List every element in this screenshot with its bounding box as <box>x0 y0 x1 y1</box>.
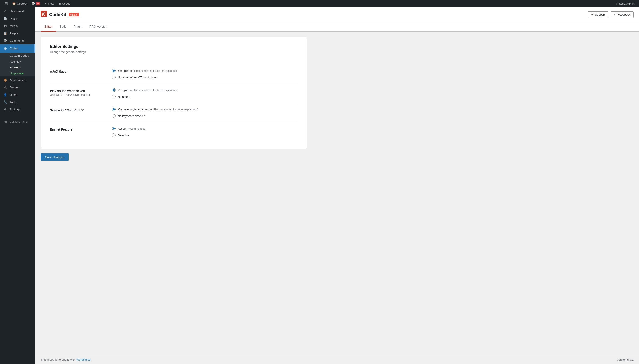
codes-label: Codes <box>62 2 70 5</box>
comments-icon: 💬 <box>3 39 8 42</box>
appearance-icon: 🎨 <box>3 78 8 82</box>
sidebar-item-dashboard[interactable]: ⌂ Dashboard <box>0 7 36 15</box>
feedback-icon: ↺ <box>614 13 616 16</box>
setting-emmet: Emmet Feature Active (Recommended) <box>50 122 298 142</box>
emmet-deactive-radio[interactable] <box>112 134 116 137</box>
sound-no-option[interactable]: No sound <box>112 95 178 98</box>
ajax-yes-radio[interactable] <box>112 69 116 72</box>
tab-style-label: Style <box>60 25 67 28</box>
comment-count: 0 <box>36 2 40 5</box>
sidebar-item-comments[interactable]: 💬 Comments <box>0 37 36 44</box>
tools-icon: 🔧 <box>3 100 8 104</box>
support-button[interactable]: ✉ Support <box>588 11 608 18</box>
adminbar-comments[interactable]: 💬 0 <box>29 0 42 7</box>
emmet-deactive-option[interactable]: Deactive <box>112 134 146 137</box>
pages-label: Pages <box>10 32 18 35</box>
comment-icon: 💬 <box>32 2 35 5</box>
plugins-label: Plugins <box>10 86 19 89</box>
shortcut-label: Save with "Cmd/Ctrl S" <box>50 108 112 112</box>
plugin-logo-icon: K <box>41 11 47 18</box>
adminbar-codes[interactable]: ◉ Codes <box>56 0 73 7</box>
settings-icon: ⚙ <box>3 108 8 111</box>
submenu-settings[interactable]: Settings <box>0 64 36 70</box>
users-icon: 👤 <box>3 93 8 96</box>
new-label: New <box>48 2 54 5</box>
plugins-icon: 🔌 <box>3 86 8 89</box>
ajax-yes-option[interactable]: Yes, please (Recommended for better expe… <box>112 69 178 72</box>
collapse-menu[interactable]: ◀ Collapse menu <box>0 118 36 126</box>
svg-text:K: K <box>42 12 46 16</box>
dashboard-icon: ⌂ <box>3 9 8 13</box>
collapse-icon: ◀ <box>3 120 8 124</box>
collapse-label: Collapse menu <box>10 120 28 123</box>
support-label: Support <box>595 13 605 16</box>
shortcut-no-option[interactable]: No keyboard shortcut <box>112 114 198 118</box>
tools-label: Tools <box>10 100 17 104</box>
play-sound-label: Play sound when saved <box>50 89 112 93</box>
sound-no-label: No sound <box>118 95 130 98</box>
media-icon: 🖼 <box>3 24 8 28</box>
tab-editor[interactable]: Editor <box>41 22 56 32</box>
save-button-label: Save Changes <box>45 156 64 159</box>
users-label: Users <box>10 93 17 96</box>
setting-play-sound: Play sound when saved Only works if AJAX… <box>50 84 298 103</box>
shortcut-yes-option[interactable]: Yes, use keyboard shortcut (Recommended … <box>112 108 198 111</box>
sidebar-item-users[interactable]: 👤 Users <box>0 91 36 98</box>
sound-no-radio[interactable] <box>112 95 116 98</box>
shortcut-no-label: No keyboard shortcut <box>118 114 145 118</box>
sidebar-item-settings[interactable]: ⚙ Settings <box>0 106 36 113</box>
user-greeting: Howdy, Admin <box>614 0 637 7</box>
settings-title: Editor Settings <box>50 44 298 49</box>
save-changes-button[interactable]: Save Changes <box>41 153 69 161</box>
footer-left: Thank you for creating with WordPress. <box>41 358 91 361</box>
ajax-no-radio[interactable] <box>112 76 116 79</box>
shortcut-yes-radio[interactable] <box>112 108 116 111</box>
site-icon: 🏠 <box>12 2 16 5</box>
sidebar-item-plugins[interactable]: 🔌 Plugins <box>0 84 36 91</box>
ajax-no-label: No, use default WP post saver <box>118 76 157 79</box>
settings-subtitle: Change the general settings <box>50 50 298 54</box>
sidebar-item-posts[interactable]: 📄 Posts <box>0 15 36 22</box>
emmet-deactive-label: Deactive <box>118 134 129 137</box>
tab-plugin-label: Plugin <box>74 25 82 28</box>
settings-label: Settings <box>10 108 20 111</box>
shortcut-yes-label: Yes, use keyboard shortcut (Recommended … <box>118 108 198 111</box>
setting-ajax-saver: AJAX Saver Yes, please (Recommended for … <box>50 64 298 84</box>
footer-thank-you: Thank you for creating with <box>41 358 76 361</box>
emmet-active-label: Active (Recommended) <box>118 127 146 130</box>
wp-logo[interactable]: ⊞ <box>2 0 10 7</box>
tab-plugin[interactable]: Plugin <box>70 22 86 32</box>
emmet-active-radio[interactable] <box>112 127 116 130</box>
dashboard-label: Dashboard <box>10 10 24 13</box>
submenu-add-new[interactable]: Add New <box>0 58 36 64</box>
setting-keyboard-shortcut: Save with "Cmd/Ctrl S" Yes, use keyboard… <box>50 103 298 122</box>
envelope-icon: ✉ <box>591 13 593 16</box>
codes-sidebar-icon: ◉ <box>3 46 8 50</box>
site-name: CodeKit <box>17 2 27 5</box>
codes-sidebar-label: Codes <box>10 47 18 50</box>
sidebar-item-appearance[interactable]: 🎨 Appearance <box>0 76 36 84</box>
sound-yes-option[interactable]: Yes, please (Recommended for better expe… <box>112 88 178 92</box>
tab-style[interactable]: Style <box>56 22 70 32</box>
adminbar-site[interactable]: 🏠 CodeKit <box>10 0 29 7</box>
sidebar-item-tools[interactable]: 🔧 Tools <box>0 98 36 106</box>
sidebar-item-pages[interactable]: 📋 Pages <box>0 30 36 37</box>
wordpress-link[interactable]: WordPress. <box>76 358 91 361</box>
shortcut-no-radio[interactable] <box>112 114 116 118</box>
tab-pro[interactable]: PRO Version <box>86 22 111 32</box>
feedback-button[interactable]: ↺ Feedback <box>610 11 634 18</box>
ajax-no-option[interactable]: No, use default WP post saver <box>112 76 178 79</box>
sound-yes-radio[interactable] <box>112 88 116 92</box>
emmet-label: Emmet Feature <box>50 128 112 131</box>
footer-version: Version 5.7.2 <box>617 358 634 361</box>
emmet-active-option[interactable]: Active (Recommended) <box>112 127 146 130</box>
adminbar-new[interactable]: ＋ New <box>42 0 56 7</box>
submenu-upgrade[interactable]: Upgrade ▶ <box>0 70 36 76</box>
sidebar-item-media[interactable]: 🖼 Media <box>0 22 36 30</box>
tab-pro-label: PRO Version <box>89 25 107 28</box>
sidebar-item-codes[interactable]: ◉ Codes <box>0 44 36 52</box>
submenu-custom-codes[interactable]: Custom Codes <box>0 52 36 58</box>
appearance-label: Appearance <box>10 78 25 82</box>
plugin-version: v2.2.7 <box>69 13 79 16</box>
plus-icon: ＋ <box>44 2 47 6</box>
